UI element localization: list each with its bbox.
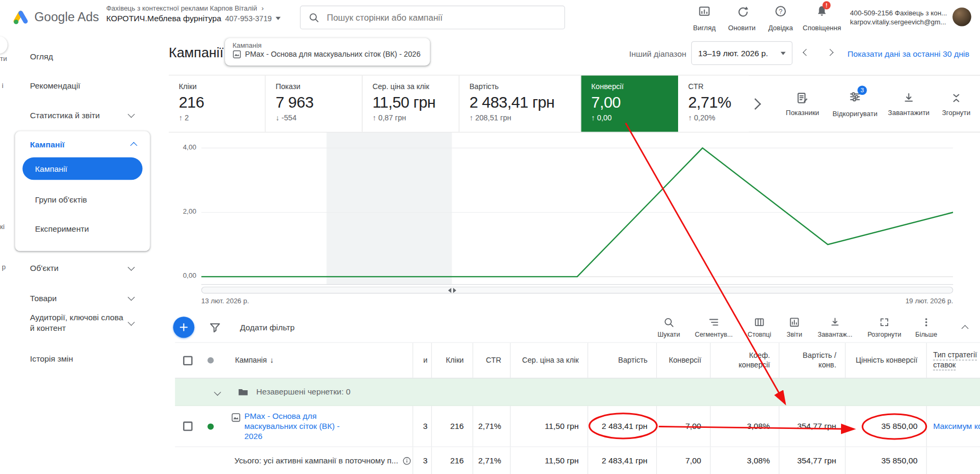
table-download-label: Завантаж... xyxy=(818,330,852,338)
show-last-30-days-link[interactable]: Показати дані за останні 30 днів xyxy=(847,49,969,59)
notifications-label: Сповіщення xyxy=(803,24,841,31)
sidebar-subitem-asset-groups[interactable]: Групи об'єктів xyxy=(35,195,87,205)
collapse-button[interactable]: Згорнути xyxy=(936,76,976,132)
sidebar-item-overview[interactable]: Огляд xyxy=(30,51,124,62)
campaign-context-chip[interactable]: Кампанія PMax - Основа для маскувальних … xyxy=(225,38,430,66)
reports-button[interactable]: Звіти xyxy=(779,313,810,341)
cell-conv-rate: 3,08% xyxy=(710,406,779,447)
sidebar-subitem-experiments[interactable]: Експерименти xyxy=(35,224,89,234)
cell-conversions: 7,00 xyxy=(656,406,710,447)
drafts-row[interactable]: Незавершені чернетки: 0 xyxy=(175,379,980,406)
edge-fragment: кі xyxy=(0,223,5,231)
chevron-down-icon[interactable] xyxy=(128,294,135,301)
scorecard-cost[interactable]: Вартість 2 483,41 грн ↑ 208,51 грн xyxy=(459,76,582,132)
sidebar-item-campaigns[interactable]: Кампанії xyxy=(30,140,65,150)
collapse-label: Згорнути xyxy=(942,108,970,116)
scorecard-conversions-selected[interactable]: Конверсії 7,00 ↑ 0,00 xyxy=(581,76,678,132)
column-header-clicks[interactable]: Кліки xyxy=(431,343,473,378)
cell-bid-strategy-link[interactable]: Максимум ко xyxy=(926,406,980,447)
global-search[interactable] xyxy=(300,6,565,30)
info-icon[interactable] xyxy=(403,456,411,464)
sidebar-item-change-history[interactable]: Історія змін xyxy=(30,354,124,364)
drawer-handle[interactable] xyxy=(0,36,7,54)
help-label: Довідка xyxy=(768,24,793,31)
chevron-up-icon[interactable] xyxy=(130,142,137,149)
filter-icon[interactable] xyxy=(209,321,221,333)
scrollbar-grip-icon[interactable] xyxy=(445,287,459,294)
custom-range-label: Інший діапазон xyxy=(624,49,687,59)
scorecard-delta: ↑ 0,00 xyxy=(591,113,668,122)
scorecard-clicks[interactable]: Кліки 216 ↑ 2 xyxy=(169,76,266,132)
scorecard-delta: ↓ -554 xyxy=(275,113,352,122)
collapse-table-icon[interactable] xyxy=(961,325,968,332)
status-column-icon[interactable] xyxy=(207,357,214,364)
avatar[interactable] xyxy=(952,7,971,26)
chevron-down-icon[interactable] xyxy=(128,111,135,118)
chart-scrollbar[interactable] xyxy=(201,287,953,294)
table-search-button[interactable]: Шукати xyxy=(651,313,686,341)
expand-label: Розгорнути xyxy=(868,330,901,338)
x-axis-start-label: 13 лют. 2026 р. xyxy=(201,297,249,305)
search-icon xyxy=(308,12,319,23)
sidebar-subitem-campaigns-selected[interactable]: Кампанії xyxy=(22,157,142,180)
account-breadcrumb[interactable]: Фахівець з контекстної реклами Карпов Ві… xyxy=(106,4,280,23)
notifications-button[interactable]: ! Сповіщення xyxy=(800,5,845,31)
column-header-ctr[interactable]: CTR xyxy=(473,343,510,378)
date-next-icon[interactable] xyxy=(827,49,834,56)
column-header-cost[interactable]: Вартість xyxy=(587,343,656,378)
add-campaign-button[interactable] xyxy=(173,317,194,338)
expand-button[interactable]: Розгорнути xyxy=(861,313,907,341)
column-header-avg-cpc[interactable]: Сер. ціна за клік xyxy=(510,343,587,378)
help-button[interactable]: ? Довідка xyxy=(763,5,798,31)
collapse-icon xyxy=(950,92,962,104)
select-all-checkbox[interactable] xyxy=(183,356,193,365)
segment-button[interactable]: Сегментув... xyxy=(689,313,739,341)
cell-cost-per-conv: 354,77 грн xyxy=(779,406,845,447)
appearance-button[interactable]: Вигляд xyxy=(686,5,723,31)
metrics-button[interactable]: Показники xyxy=(780,76,825,132)
scorecard-ctr[interactable]: CTR 2,71% ↑ 0,20% xyxy=(678,76,749,132)
scorecard-avg-cpc[interactable]: Сер. ціна за клік 11,50 грн ↑ 0,87 грн xyxy=(362,76,459,132)
scorecard-value: 7,00 xyxy=(591,93,668,111)
expand-drafts-icon[interactable] xyxy=(214,389,221,396)
add-filter-button[interactable]: Додати фільтр xyxy=(240,323,294,332)
sidebar-item-insights[interactable]: Статистика й звіти xyxy=(30,110,124,120)
segment-icon xyxy=(708,317,719,328)
sort-descending-icon: ↓ xyxy=(270,356,274,364)
column-header-conv-value[interactable]: Цінність конверсії xyxy=(845,343,926,378)
column-header-conv-rate[interactable]: Коеф.конверсії xyxy=(710,343,779,378)
scorecard-label: Конверсії xyxy=(591,82,668,91)
columns-button[interactable]: Стовпці xyxy=(741,313,777,341)
scorecard-impressions[interactable]: Покази 7 963 ↓ -554 xyxy=(266,76,363,132)
date-range-selector[interactable]: 13–19 лют. 2026 р. xyxy=(691,41,793,65)
refresh-label: Оновити xyxy=(728,24,756,31)
column-header-conversions[interactable]: Конверсії xyxy=(656,343,710,378)
more-button[interactable]: Більше xyxy=(910,313,942,341)
sidebar-item-audiences[interactable]: Аудиторії, ключові слова й контент xyxy=(30,312,127,333)
adjust-label: Відкоригувати xyxy=(832,110,878,117)
date-prev-icon[interactable] xyxy=(803,49,810,56)
column-header-bid-strategy[interactable]: Тип стратегіїставок xyxy=(926,343,980,378)
chevron-down-icon[interactable] xyxy=(128,264,135,270)
more-label: Більше xyxy=(915,330,937,338)
sidebar-item-recommendations[interactable]: Рекомендації xyxy=(30,81,124,91)
sidebar-item-products[interactable]: Товари xyxy=(30,293,124,303)
refresh-button[interactable]: Оновити xyxy=(723,5,761,31)
table-download-button[interactable]: Завантаж... xyxy=(811,313,859,341)
search-input[interactable] xyxy=(326,12,557,23)
chevron-down-icon[interactable] xyxy=(128,319,135,326)
column-header-cost-per-conv[interactable]: Вартість /конв. xyxy=(779,343,845,378)
scorecard-value: 2,71% xyxy=(688,93,739,111)
campaign-name-link[interactable]: PMax - Основа для маскувальних сіток (ВК… xyxy=(245,411,354,442)
date-range-value: 13–19 лют. 2026 р. xyxy=(698,48,768,58)
row-checkbox[interactable] xyxy=(183,422,193,431)
google-ads-app: Google Ads Фахівець з контекстної реклам… xyxy=(0,0,980,474)
google-ads-logo[interactable]: Google Ads xyxy=(11,8,99,25)
sidebar-item-assets[interactable]: Об'єкти xyxy=(30,263,124,274)
profile-info[interactable]: 400-509-2156 Фахівець з кон... karpov.vi… xyxy=(850,8,947,26)
download-button[interactable]: Завантажити xyxy=(885,76,933,132)
column-header-campaign[interactable]: Кампанія↓ xyxy=(222,343,412,378)
adjust-button[interactable]: 3 Відкоригувати xyxy=(829,76,881,132)
status-enabled-icon[interactable] xyxy=(207,423,214,429)
column-header-clipped[interactable]: и xyxy=(412,343,431,378)
